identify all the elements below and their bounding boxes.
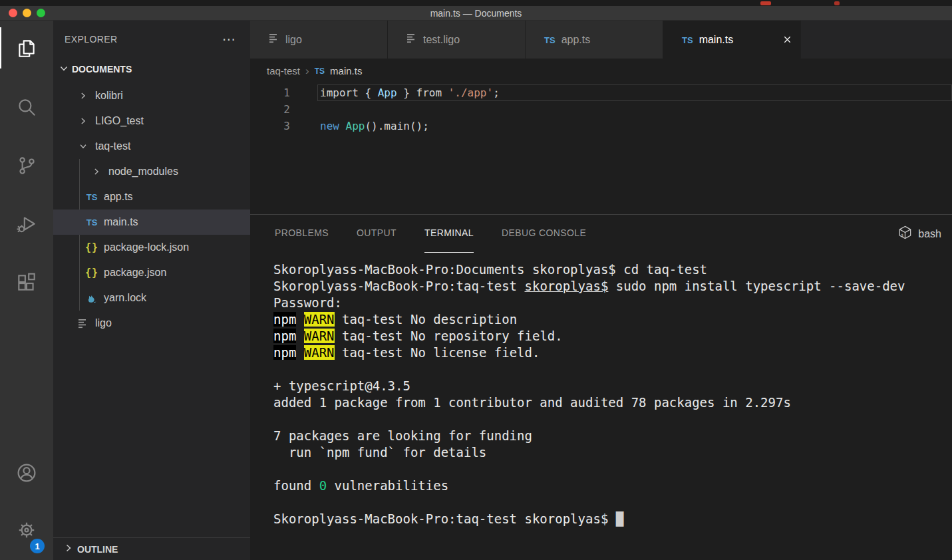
activitybar-explorer[interactable] [0, 21, 53, 79]
activitybar-settings[interactable]: 1 [0, 503, 53, 560]
activitybar-extensions[interactable] [0, 255, 53, 313]
line-content [317, 101, 952, 118]
window-titlebar: main.ts — Documents [0, 6, 952, 21]
tree-item-label: kolibri [95, 90, 123, 102]
ts-file-icon: TS [682, 34, 693, 46]
terminal-line: found 0 vulnerabilities [273, 478, 952, 494]
terminal-line: Skoroplyass-MacBook-Pro:taq-test skoropl… [273, 278, 952, 295]
tree-item-yarn-lock[interactable]: yarn.lock [53, 285, 250, 311]
more-actions-icon[interactable]: ⋯ [222, 36, 237, 43]
chevron-right-icon [77, 116, 90, 126]
tree-item-package-lock-json[interactable]: {}package-lock.json [53, 235, 250, 260]
outline-label: OUTLINE [77, 544, 118, 555]
tree-item-label: package-lock.json [104, 241, 189, 253]
terminal-line: npm WARN taq-test No description [273, 311, 952, 328]
tree-item-ligo[interactable]: ligo [53, 311, 250, 336]
terminal-line [273, 361, 952, 378]
tree-item-kolibri[interactable]: kolibri [53, 83, 250, 108]
tab-app-ts[interactable]: TSapp.ts [526, 21, 663, 59]
terminal-line: added 1 package from 1 contributor and a… [273, 394, 952, 411]
breadcrumb-separator-icon: › [305, 65, 309, 78]
code-line-3: 3new App().main(); [250, 118, 952, 134]
list-file-icon [269, 33, 279, 46]
section-outline[interactable]: OUTLINE [53, 537, 250, 560]
section-label: DOCUMENTS [72, 64, 132, 74]
git-branch-icon [15, 154, 38, 180]
tab-ligo[interactable]: ligo [250, 21, 388, 59]
terminal-line: Skoroplyass-MacBook-Pro:taq-test skoropl… [273, 511, 952, 527]
sidebar-title: EXPLORER [65, 34, 117, 45]
tab-label: main.ts [699, 34, 734, 46]
activitybar-run-debug[interactable] [0, 196, 53, 255]
ts-file-icon: TS [544, 34, 555, 46]
files-icon [15, 37, 38, 63]
list-file-icon [77, 319, 90, 329]
code-line-1: 1import { App } from './app'; [250, 84, 952, 101]
terminal-shell-selector[interactable]: $bash [897, 225, 941, 243]
activity-bar: 1 [0, 21, 53, 560]
minimize-window-button[interactable] [23, 9, 31, 17]
panel-tab-output[interactable]: OUTPUT [357, 215, 397, 253]
terminal-line [273, 494, 952, 511]
breadcrumb-folder[interactable]: taq-test [267, 65, 300, 76]
tree-item-main-ts[interactable]: TSmain.ts [53, 210, 250, 235]
run-debug-icon [15, 213, 38, 238]
explorer-sidebar: EXPLORER ⋯ DOCUMENTS kolibriLIGO_testtaq… [53, 21, 250, 560]
sidebar-header: EXPLORER ⋯ [53, 21, 250, 58]
tree-item-label: ligo [95, 317, 112, 329]
tree-item-label: app.ts [104, 191, 133, 203]
bottom-panel: PROBLEMSOUTPUTTERMINALDEBUG CONSOLE$bash… [250, 214, 952, 560]
activitybar-accounts[interactable] [0, 446, 53, 503]
activitybar-search[interactable] [0, 79, 53, 138]
activitybar-source-control[interactable] [0, 138, 53, 196]
line-number: 1 [250, 84, 290, 101]
ts-file-icon: TS [85, 192, 98, 202]
terminal-line: npm WARN taq-test No repository field. [273, 328, 952, 345]
zoom-window-button[interactable] [37, 9, 45, 17]
tree-item-taq-test[interactable]: taq-test [53, 134, 250, 159]
terminal-line: + typescript@4.3.5 [273, 378, 952, 394]
tab-label: test.ligo [423, 34, 460, 46]
tree-item-label: yarn.lock [104, 292, 146, 304]
settings-badge: 1 [30, 539, 45, 553]
chevron-right-icon [90, 167, 103, 176]
panel-tab-problems[interactable]: PROBLEMS [275, 215, 329, 253]
extensions-icon [15, 271, 38, 297]
account-icon [15, 461, 39, 488]
tree-item-package-json[interactable]: {}package.json [53, 260, 250, 285]
chevron-right-icon [63, 543, 74, 555]
close-tab-icon[interactable] [782, 35, 792, 45]
close-window-button[interactable] [9, 9, 17, 17]
json-file-icon: {} [85, 241, 98, 253]
section-documents[interactable]: DOCUMENTS [53, 58, 250, 80]
terminal-line [273, 411, 952, 428]
tab-main-ts[interactable]: TSmain.ts [663, 21, 801, 59]
line-number: 2 [250, 101, 290, 118]
list-file-icon [406, 33, 417, 46]
terminal-line [273, 461, 952, 478]
window-title: main.ts — Documents [430, 8, 522, 19]
editor-tab-bar: ligotest.ligoTSapp.tsTSmain.ts [250, 21, 952, 59]
json-file-icon: {} [85, 267, 98, 279]
terminal-line: 7 packages are looking for funding [273, 428, 952, 444]
menubar-red-glyph [834, 1, 840, 5]
tree-item-ligo-test[interactable]: LIGO_test [53, 108, 250, 134]
terminal-line: Password: [273, 295, 952, 311]
shell-label: bash [918, 228, 941, 240]
breadcrumb-file[interactable]: main.ts [330, 65, 362, 76]
code-editor[interactable]: 1import { App } from './app';23new App()… [250, 83, 952, 214]
menubar-red-badge [760, 1, 771, 5]
line-content: import { App } from './app'; [317, 84, 952, 101]
tree-item-app-ts[interactable]: TSapp.ts [53, 184, 250, 210]
panel-tab-debug-console[interactable]: DEBUG CONSOLE [502, 215, 586, 253]
line-number: 3 [250, 118, 290, 134]
line-content: new App().main(); [317, 118, 952, 134]
terminal-cursor: █ [616, 511, 623, 526]
tab-test-ligo[interactable]: test.ligo [388, 21, 526, 59]
terminal[interactable]: Skoroplyass-MacBook-Pro:Documents skorop… [250, 253, 952, 560]
tree-item-label: node_modules [108, 166, 178, 178]
panel-tab-terminal[interactable]: TERMINAL [424, 215, 474, 253]
tree-item-label: taq-test [95, 140, 130, 152]
tree-item-node-modules[interactable]: node_modules [53, 159, 250, 184]
ts-file-icon: TS [85, 217, 98, 227]
